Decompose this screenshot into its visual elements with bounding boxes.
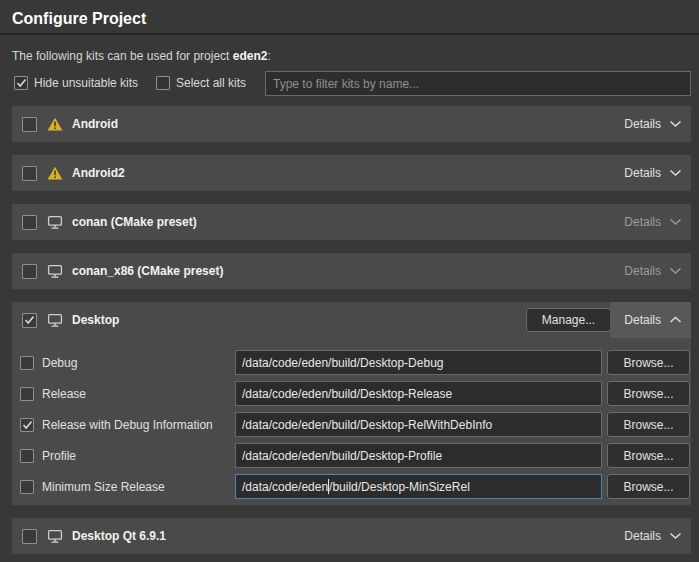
details-toggle[interactable]: Details <box>610 106 691 142</box>
checkmark-icon <box>16 78 27 88</box>
desktop-icon <box>47 264 63 279</box>
details-label: Details <box>624 215 661 229</box>
details-label: Details <box>624 313 661 327</box>
details-toggle[interactable]: Details <box>610 155 691 191</box>
desktop-icon <box>47 529 63 544</box>
minsizerel-browse-button[interactable]: Browse... <box>607 474 690 499</box>
checkbox-box <box>20 449 34 463</box>
build-config-row-release: Release Browse... <box>12 381 691 406</box>
release-checkbox[interactable]: Release <box>20 381 86 406</box>
kit-row-desktop-qt: Desktop Qt 6.9.1 Details <box>12 518 691 554</box>
relwithdebinfo-checkbox[interactable]: Release with Debug Information <box>20 412 213 437</box>
details-label: Details <box>624 264 661 278</box>
build-config-row-minsizerel: Minimum Size Release /data/code/eden/bui… <box>12 474 691 499</box>
kit-checkbox[interactable] <box>22 264 37 279</box>
intro-text: The following kits can be used for proje… <box>12 49 271 63</box>
checkbox-box <box>20 418 34 432</box>
details-toggle[interactable]: Details <box>610 253 691 289</box>
cursor-before: /data/code/eden <box>242 480 328 494</box>
debug-browse-button[interactable]: Browse... <box>607 350 690 375</box>
chevron-down-icon <box>669 267 682 275</box>
profile-browse-button[interactable]: Browse... <box>607 443 690 468</box>
hide-unsuitable-label: Hide unsuitable kits <box>34 76 138 90</box>
checkbox-box <box>14 76 28 90</box>
release-build-dir-input[interactable] <box>235 381 602 406</box>
minsizerel-checkbox[interactable]: Minimum Size Release <box>20 474 165 499</box>
chevron-down-icon <box>669 218 682 226</box>
chevron-down-icon <box>669 120 682 128</box>
profile-build-dir-input[interactable] <box>235 443 602 468</box>
kit-name: Desktop <box>72 313 119 327</box>
kit-header: Android2 Details <box>12 155 691 191</box>
checkbox-box <box>20 480 34 494</box>
page-title: Configure Project <box>12 10 146 28</box>
kit-checkbox[interactable] <box>22 215 37 230</box>
kit-name: Android2 <box>72 166 125 180</box>
details-toggle[interactable]: Details <box>610 302 691 338</box>
kit-header: conan (CMake preset) Details <box>12 204 691 240</box>
kit-header: Desktop Qt 6.9.1 Details <box>12 518 691 554</box>
relwithdebinfo-browse-button[interactable]: Browse... <box>607 412 690 437</box>
project-name: eden2 <box>233 49 268 63</box>
relwithdebinfo-build-dir-input[interactable] <box>235 412 602 437</box>
select-all-checkbox[interactable]: Select all kits <box>156 76 246 90</box>
checkbox-box <box>156 76 170 90</box>
config-label: Release with Debug Information <box>42 418 213 432</box>
checkmark-icon <box>24 315 35 325</box>
details-toggle[interactable]: Details <box>610 518 691 554</box>
minsizerel-build-dir-input[interactable]: /data/code/eden/build/Desktop-MinSizeRel <box>235 474 602 499</box>
build-config-row-debug: Debug Browse... <box>12 350 691 375</box>
kit-row-conan: conan (CMake preset) Details <box>12 204 691 240</box>
config-label: Release <box>42 387 86 401</box>
desktop-icon <box>47 313 63 328</box>
kit-checkbox[interactable] <box>22 117 37 132</box>
cursor-after: /build/Desktop-MinSizeRel <box>329 480 470 494</box>
desktop-icon <box>47 215 63 230</box>
kit-checkbox[interactable] <box>22 166 37 181</box>
debug-checkbox[interactable]: Debug <box>20 350 77 375</box>
intro-suffix: : <box>267 49 270 63</box>
details-label: Details <box>624 529 661 543</box>
kit-name: conan_x86 (CMake preset) <box>72 264 223 278</box>
details-toggle[interactable]: Details <box>610 204 691 240</box>
kit-header: Desktop Manage... Details <box>12 302 691 338</box>
config-label: Profile <box>42 449 76 463</box>
chevron-down-icon <box>669 169 682 177</box>
kit-name: Desktop Qt 6.9.1 <box>72 529 166 543</box>
debug-build-dir-input[interactable] <box>235 350 602 375</box>
kit-checkbox[interactable] <box>22 313 37 328</box>
checkmark-icon <box>22 420 33 430</box>
kit-name: Android <box>72 117 118 131</box>
config-label: Debug <box>42 356 77 370</box>
chevron-down-icon <box>669 532 682 540</box>
manage-kits-button[interactable]: Manage... <box>526 308 611 332</box>
select-all-label: Select all kits <box>176 76 246 90</box>
kit-row-android: Android Details <box>12 106 691 142</box>
intro-prefix: The following kits can be used for proje… <box>12 49 233 63</box>
hide-unsuitable-checkbox[interactable]: Hide unsuitable kits <box>14 76 138 90</box>
checkbox-box <box>20 356 34 370</box>
kit-header: conan_x86 (CMake preset) Details <box>12 253 691 289</box>
details-label: Details <box>624 166 661 180</box>
kit-checkbox[interactable] <box>22 529 37 544</box>
title-separator <box>0 33 699 35</box>
checkbox-box <box>20 387 34 401</box>
kit-row-desktop: Desktop Manage... Details Debug Browse..… <box>12 302 691 505</box>
build-config-row-profile: Profile Browse... <box>12 443 691 468</box>
warning-icon <box>47 117 63 131</box>
profile-checkbox[interactable]: Profile <box>20 443 76 468</box>
details-label: Details <box>624 117 661 131</box>
release-browse-button[interactable]: Browse... <box>607 381 690 406</box>
configure-project-screen: Configure Project The following kits can… <box>0 0 699 562</box>
config-label: Minimum Size Release <box>42 480 165 494</box>
kit-row-android2: Android2 Details <box>12 155 691 191</box>
warning-icon <box>47 166 63 180</box>
chevron-up-icon <box>669 316 682 324</box>
kit-header: Android Details <box>12 106 691 142</box>
kit-row-conan-x86: conan_x86 (CMake preset) Details <box>12 253 691 289</box>
filter-input[interactable] <box>265 71 691 96</box>
kit-name: conan (CMake preset) <box>72 215 197 229</box>
build-config-row-relwithdebinfo: Release with Debug Information Browse... <box>12 412 691 437</box>
